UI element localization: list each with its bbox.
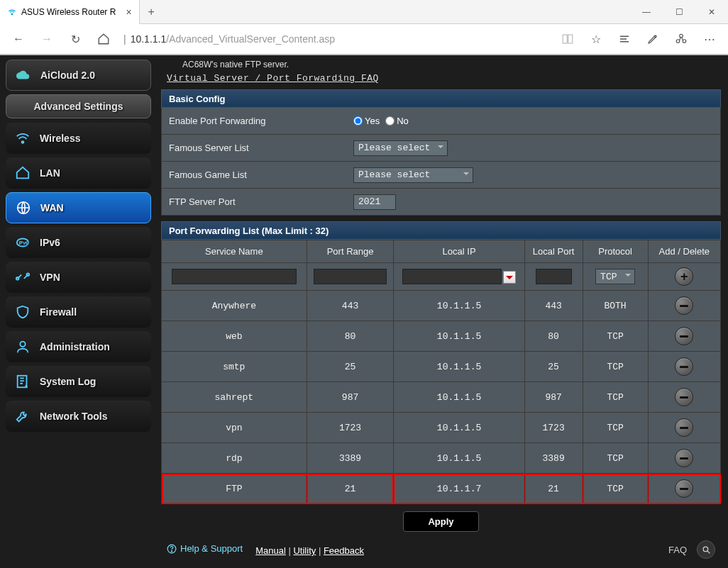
delete-button[interactable] <box>675 479 693 498</box>
ip-dropdown-button[interactable] <box>503 271 516 284</box>
sidebar-item-wireless[interactable]: Wireless <box>6 123 151 154</box>
delete-button[interactable] <box>675 357 693 376</box>
svg-point-6 <box>680 34 683 38</box>
svg-point-14 <box>27 274 30 277</box>
basic-config-header: Basic Config <box>161 89 721 108</box>
forward-button[interactable]: → <box>33 25 61 53</box>
radio-no[interactable]: No <box>385 116 409 126</box>
main-content: AC68W's native FTP server. Virtual Serve… <box>157 55 728 568</box>
delete-button[interactable] <box>675 327 693 345</box>
delete-button[interactable] <box>675 388 693 406</box>
sidebar-item-ipv6[interactable]: IPv6 IPv6 <box>6 227 151 258</box>
famous-server-select[interactable]: Please select <box>353 140 448 156</box>
hub-icon[interactable] <box>610 25 639 53</box>
faq-link[interactable]: Virtual Server / Port Forwarding FAQ <box>161 73 379 84</box>
close-window-button[interactable]: ✕ <box>695 0 728 24</box>
delete-button[interactable] <box>675 296 693 315</box>
col-service-name: Service Name <box>162 240 307 263</box>
svg-point-9 <box>22 141 24 143</box>
sidebar-item-firewall[interactable]: Firewall <box>6 296 151 328</box>
sidebar-item-vpn[interactable]: VPN <box>6 262 151 293</box>
close-icon[interactable]: × <box>126 6 131 18</box>
cell-protocol: BOTH <box>583 291 648 321</box>
feedback-link[interactable]: Feedback <box>324 545 364 556</box>
cell-local-port: 443 <box>524 291 583 321</box>
cell-port-range: 25 <box>307 352 394 382</box>
input-service-name[interactable] <box>172 269 297 284</box>
col-local-port: Local Port <box>524 240 583 263</box>
svg-point-18 <box>171 551 172 552</box>
input-local-ip[interactable] <box>402 269 502 284</box>
maximize-button[interactable]: ☐ <box>663 0 695 24</box>
add-button[interactable] <box>675 267 693 286</box>
col-add-delete: Add / Delete <box>648 240 720 263</box>
shield-icon <box>14 304 31 321</box>
ftp-port-input[interactable] <box>353 194 396 210</box>
home-button[interactable] <box>89 25 118 53</box>
browser-tab[interactable]: ASUS Wireless Router R × <box>0 0 140 24</box>
minimize-button[interactable]: — <box>630 0 663 24</box>
svg-rect-2 <box>568 35 573 43</box>
cell-port-range: 3389 <box>307 443 394 474</box>
globe-icon <box>15 199 32 216</box>
input-port-range[interactable] <box>314 269 386 284</box>
cell-port-range: 21 <box>307 474 394 504</box>
radio-yes[interactable]: Yes <box>353 116 380 126</box>
svg-rect-1 <box>563 35 567 43</box>
cell-local-port: 25 <box>524 352 583 382</box>
protocol-select[interactable]: TCP <box>595 269 635 284</box>
table-row: vpn172310.1.1.51723TCP <box>162 413 721 443</box>
svg-text:IPv6: IPv6 <box>19 240 29 245</box>
svg-point-0 <box>11 13 13 15</box>
cell-local-ip: 10.1.1.5 <box>394 382 524 413</box>
delete-button[interactable] <box>675 449 693 467</box>
manual-link[interactable]: Manual <box>255 545 286 556</box>
refresh-button[interactable]: ↻ <box>61 25 89 53</box>
port-forwarding-table: Service Name Port Range Local IP Local P… <box>161 240 721 504</box>
apply-button[interactable]: Apply <box>403 511 478 532</box>
sidebar-item-wan[interactable]: WAN <box>6 192 151 223</box>
back-button[interactable]: ← <box>4 25 33 53</box>
reader-icon[interactable] <box>553 25 582 53</box>
input-local-port[interactable] <box>536 269 572 284</box>
sidebar-item-system-log[interactable]: System Log <box>6 366 151 397</box>
address-bar[interactable]: | 10.1.1.1/Advanced_VirtualServer_Conten… <box>118 29 553 49</box>
help-support[interactable]: Help & Support <box>167 543 243 554</box>
wrench-icon <box>14 408 31 425</box>
cell-protocol: TCP <box>583 352 648 382</box>
sidebar-item-administration[interactable]: Administration <box>6 331 151 362</box>
sidebar-item-lan[interactable]: LAN <box>6 157 151 189</box>
utility-link[interactable]: Utility <box>293 545 316 556</box>
sidebar-item-network-tools[interactable]: Network Tools <box>6 401 151 432</box>
faq-label[interactable]: FAQ <box>668 545 687 555</box>
table-row: Anywhere44310.1.1.5443BOTH <box>162 291 721 321</box>
table-row: FTP2110.1.1.721TCP <box>162 474 721 504</box>
new-tab-button[interactable]: + <box>140 6 163 18</box>
ftp-port-label: FTP Server Port <box>162 196 346 207</box>
enable-pf-label: Enable Port Forwarding <box>162 116 346 126</box>
cell-local-ip: 10.1.1.5 <box>394 352 524 382</box>
svg-point-19 <box>703 547 708 552</box>
svg-point-8 <box>683 40 686 43</box>
tab-title: ASUS Wireless Router R <box>21 7 116 17</box>
pf-list-header: Port Forwarding List (Max Limit : 32) <box>161 221 721 240</box>
favorite-icon[interactable]: ☆ <box>582 25 610 53</box>
cloud-icon <box>15 67 32 84</box>
cell-service: web <box>162 321 307 352</box>
search-icon[interactable] <box>697 540 715 559</box>
cell-local-ip: 10.1.1.5 <box>394 291 524 321</box>
sidebar-item-aicloud[interactable]: AiCloud 2.0 <box>6 60 151 91</box>
delete-button[interactable] <box>675 418 693 437</box>
svg-point-15 <box>20 342 25 347</box>
svg-point-7 <box>676 40 680 43</box>
notes-icon[interactable] <box>639 25 667 53</box>
footer: Help & Support Manual | Utility | Feedba… <box>161 536 721 563</box>
cell-port-range: 443 <box>307 291 394 321</box>
famous-game-label: Famous Game List <box>162 169 346 180</box>
famous-game-select[interactable]: Please select <box>353 167 473 183</box>
url-host: 10.1.1.1 <box>131 33 167 45</box>
cell-protocol: TCP <box>583 382 648 413</box>
share-icon[interactable] <box>667 25 695 53</box>
more-icon[interactable]: ⋯ <box>695 25 724 53</box>
cell-service: Anywhere <box>162 291 307 321</box>
